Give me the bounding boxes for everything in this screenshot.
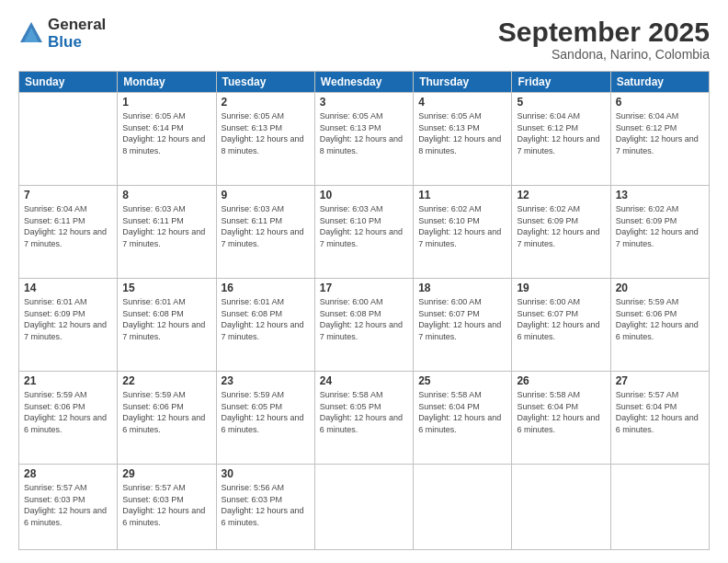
day-number: 12 [517,189,605,201]
day-number: 28 [24,467,112,480]
logo-general-text: General [48,17,106,34]
day-info: Sunrise: 5:59 AMSunset: 6:06 PMDaylight:… [616,296,704,342]
day-info: Sunrise: 5:58 AMSunset: 6:05 PMDaylight:… [320,389,408,435]
weekday-header-tuesday: Tuesday [216,72,314,93]
day-number: 7 [24,189,112,201]
day-info: Sunrise: 6:03 AMSunset: 6:11 PMDaylight:… [222,203,310,249]
day-number: 23 [222,374,310,387]
day-number: 21 [24,374,112,387]
calendar-cell: 7Sunrise: 6:04 AMSunset: 6:11 PMDaylight… [19,186,118,279]
calendar-cell: 13Sunrise: 6:02 AMSunset: 6:09 PMDayligh… [610,186,709,279]
calendar-cell: 23Sunrise: 5:59 AMSunset: 6:05 PMDayligh… [216,372,314,465]
calendar-cell: 21Sunrise: 5:59 AMSunset: 6:06 PMDayligh… [19,372,118,465]
calendar-cell [512,465,610,550]
calendar-cell [314,465,413,550]
day-number: 9 [222,189,310,201]
month-title: September 2025 [498,17,710,47]
day-info: Sunrise: 6:00 AMSunset: 6:07 PMDaylight:… [517,296,605,342]
day-info: Sunrise: 5:59 AMSunset: 6:05 PMDaylight:… [222,389,310,435]
calendar-cell: 16Sunrise: 6:01 AMSunset: 6:08 PMDayligh… [216,279,314,372]
calendar-cell: 10Sunrise: 6:03 AMSunset: 6:10 PMDayligh… [314,186,413,279]
weekday-header-row: SundayMondayTuesdayWednesdayThursdayFrid… [19,72,710,93]
logo: General Blue [18,17,106,51]
day-info: Sunrise: 5:57 AMSunset: 6:04 PMDaylight:… [616,389,704,435]
location-subtitle: Sandona, Narino, Colombia [498,47,710,62]
calendar-cell: 8Sunrise: 6:03 AMSunset: 6:11 PMDaylight… [118,186,216,279]
day-number: 30 [222,467,310,480]
calendar-cell: 17Sunrise: 6:00 AMSunset: 6:08 PMDayligh… [314,279,413,372]
day-number: 16 [222,282,310,294]
weekday-header-thursday: Thursday [414,72,512,93]
day-info: Sunrise: 6:03 AMSunset: 6:10 PMDaylight:… [320,203,408,249]
calendar-cell [19,93,118,186]
day-info: Sunrise: 6:01 AMSunset: 6:08 PMDaylight:… [222,296,310,342]
calendar-week-row-1: 1Sunrise: 6:05 AMSunset: 6:14 PMDaylight… [19,93,710,186]
weekday-header-wednesday: Wednesday [314,72,413,93]
day-info: Sunrise: 6:02 AMSunset: 6:09 PMDaylight:… [616,203,704,249]
calendar-cell: 12Sunrise: 6:02 AMSunset: 6:09 PMDayligh… [512,186,610,279]
day-info: Sunrise: 6:05 AMSunset: 6:14 PMDaylight:… [122,110,210,156]
calendar-cell: 22Sunrise: 5:59 AMSunset: 6:06 PMDayligh… [118,372,216,465]
day-info: Sunrise: 6:02 AMSunset: 6:10 PMDaylight:… [418,203,506,249]
title-block: September 2025 Sandona, Narino, Colombia [498,17,710,62]
calendar-cell: 18Sunrise: 6:00 AMSunset: 6:07 PMDayligh… [414,279,512,372]
day-info: Sunrise: 6:00 AMSunset: 6:08 PMDaylight:… [320,296,408,342]
day-number: 22 [122,374,210,387]
calendar-table: SundayMondayTuesdayWednesdayThursdayFrid… [18,71,710,550]
day-number: 17 [320,282,408,294]
day-number: 11 [418,189,506,201]
calendar-cell: 1Sunrise: 6:05 AMSunset: 6:14 PMDaylight… [118,93,216,186]
calendar-cell: 30Sunrise: 5:56 AMSunset: 6:03 PMDayligh… [216,465,314,550]
day-info: Sunrise: 5:56 AMSunset: 6:03 PMDaylight:… [222,482,310,528]
logo-blue-text: Blue [48,34,106,52]
day-info: Sunrise: 6:03 AMSunset: 6:11 PMDaylight:… [122,203,210,249]
calendar-week-row-2: 7Sunrise: 6:04 AMSunset: 6:11 PMDaylight… [19,186,710,279]
logo-icon [18,20,44,46]
day-number: 2 [222,96,310,109]
calendar-cell: 20Sunrise: 5:59 AMSunset: 6:06 PMDayligh… [610,279,709,372]
day-number: 1 [122,96,210,109]
calendar-cell: 15Sunrise: 6:01 AMSunset: 6:08 PMDayligh… [118,279,216,372]
day-number: 6 [616,96,704,109]
calendar-cell: 26Sunrise: 5:58 AMSunset: 6:04 PMDayligh… [512,372,610,465]
day-info: Sunrise: 6:04 AMSunset: 6:12 PMDaylight:… [517,110,605,156]
day-number: 18 [418,282,506,294]
day-info: Sunrise: 6:05 AMSunset: 6:13 PMDaylight:… [320,110,408,156]
day-number: 25 [418,374,506,387]
weekday-header-saturday: Saturday [610,72,709,93]
weekday-header-monday: Monday [118,72,216,93]
day-number: 8 [122,189,210,201]
day-number: 26 [517,374,605,387]
day-number: 14 [24,282,112,294]
day-number: 13 [616,189,704,201]
day-info: Sunrise: 5:59 AMSunset: 6:06 PMDaylight:… [24,389,112,435]
calendar-week-row-5: 28Sunrise: 5:57 AMSunset: 6:03 PMDayligh… [19,465,710,550]
day-info: Sunrise: 5:57 AMSunset: 6:03 PMDaylight:… [122,482,210,528]
day-number: 20 [616,282,704,294]
calendar-week-row-4: 21Sunrise: 5:59 AMSunset: 6:06 PMDayligh… [19,372,710,465]
day-number: 10 [320,189,408,201]
day-info: Sunrise: 5:57 AMSunset: 6:03 PMDaylight:… [24,482,112,528]
weekday-header-friday: Friday [512,72,610,93]
header: General Blue September 2025 Sandona, Nar… [18,17,710,62]
day-number: 24 [320,374,408,387]
day-info: Sunrise: 6:04 AMSunset: 6:11 PMDaylight:… [24,203,112,249]
calendar-cell: 5Sunrise: 6:04 AMSunset: 6:12 PMDaylight… [512,93,610,186]
calendar-cell: 27Sunrise: 5:57 AMSunset: 6:04 PMDayligh… [610,372,709,465]
day-info: Sunrise: 6:05 AMSunset: 6:13 PMDaylight:… [418,110,506,156]
day-number: 3 [320,96,408,109]
logo-text: General Blue [48,17,106,51]
calendar-cell: 6Sunrise: 6:04 AMSunset: 6:12 PMDaylight… [610,93,709,186]
day-info: Sunrise: 5:59 AMSunset: 6:06 PMDaylight:… [122,389,210,435]
day-info: Sunrise: 6:00 AMSunset: 6:07 PMDaylight:… [418,296,506,342]
calendar-cell: 29Sunrise: 5:57 AMSunset: 6:03 PMDayligh… [118,465,216,550]
day-info: Sunrise: 6:05 AMSunset: 6:13 PMDaylight:… [222,110,310,156]
calendar-cell: 11Sunrise: 6:02 AMSunset: 6:10 PMDayligh… [414,186,512,279]
calendar-cell: 2Sunrise: 6:05 AMSunset: 6:13 PMDaylight… [216,93,314,186]
day-number: 27 [616,374,704,387]
day-number: 4 [418,96,506,109]
calendar-cell: 25Sunrise: 5:58 AMSunset: 6:04 PMDayligh… [414,372,512,465]
weekday-header-sunday: Sunday [19,72,118,93]
day-info: Sunrise: 6:01 AMSunset: 6:08 PMDaylight:… [122,296,210,342]
day-info: Sunrise: 5:58 AMSunset: 6:04 PMDaylight:… [517,389,605,435]
